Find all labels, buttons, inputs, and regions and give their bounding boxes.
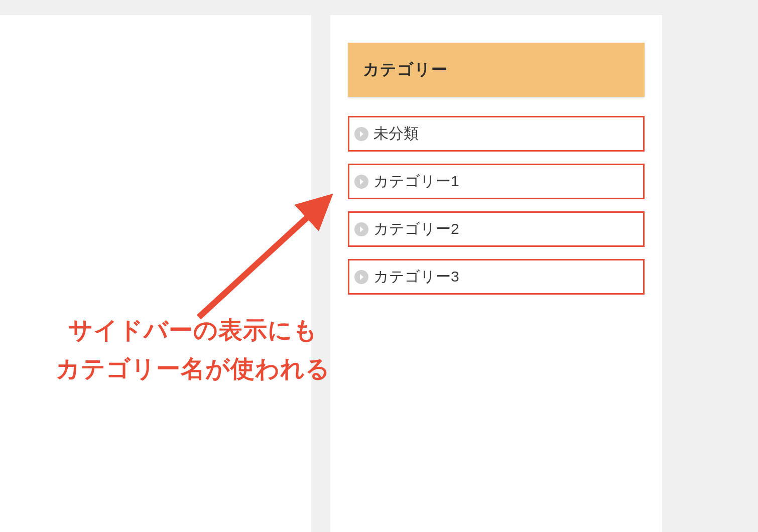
chevron-right-circle-icon [354, 175, 368, 189]
annotation-text-line1: サイドバーの表示にも [32, 311, 353, 350]
chevron-right-circle-icon [354, 127, 368, 141]
category-item-2[interactable]: カテゴリー2 [348, 211, 645, 247]
category-label: カテゴリー1 [373, 171, 459, 192]
category-list: 未分類 カテゴリー1 カテゴリー2 カテゴリー3 [348, 116, 645, 295]
sidebar: カテゴリー 未分類 カテゴリー1 カテゴリー2 カテゴリー3 [330, 15, 662, 532]
chevron-right-circle-icon [354, 222, 368, 236]
sidebar-header: カテゴリー [348, 43, 645, 97]
category-label: カテゴリー3 [373, 267, 459, 287]
category-label: カテゴリー2 [373, 219, 459, 239]
category-item-uncategorized[interactable]: 未分類 [348, 116, 645, 152]
main-content-panel [0, 15, 311, 532]
category-item-1[interactable]: カテゴリー1 [348, 164, 645, 199]
category-item-3[interactable]: カテゴリー3 [348, 259, 645, 295]
sidebar-title: カテゴリー [363, 59, 629, 81]
annotation-label: サイドバーの表示にも カテゴリー名が使われる [32, 311, 353, 388]
chevron-right-circle-icon [354, 270, 368, 284]
annotation-text-line2: カテゴリー名が使われる [32, 350, 353, 388]
category-label: 未分類 [373, 123, 419, 144]
